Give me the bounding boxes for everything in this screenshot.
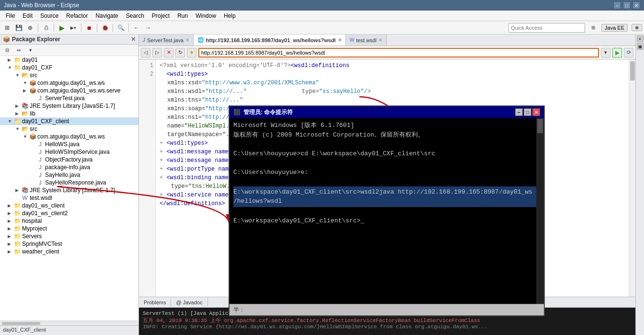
right-panel-btn1[interactable]: ≡	[637, 35, 644, 42]
tree-item-day01wsclient[interactable]: ▶ 📁 day01_ws_client	[0, 202, 138, 209]
tree-item-lib[interactable]: ▶ 📂 lib	[0, 110, 138, 117]
navigate-forward[interactable]: →	[143, 23, 153, 33]
tree-item-packageinfo[interactable]: J package-info.java	[0, 163, 138, 171]
tree-item-sayhello[interactable]: J SayHello.java	[0, 171, 138, 179]
new-button[interactable]: ⊞	[2, 23, 12, 33]
editor-vscroll[interactable]	[629, 59, 635, 297]
cmd-maximize[interactable]: □	[524, 108, 531, 116]
tab-close-servertest[interactable]: ✕	[185, 37, 189, 43]
close-button[interactable]: ✕	[632, 1, 640, 9]
tree-item-jre1[interactable]: ▶ 📚 JRE System Library [JavaSE-1.7]	[0, 102, 138, 110]
nav-stop[interactable]: ✕	[164, 48, 173, 58]
tree-item-day01-cxf[interactable]: ▼ 📁 day01_CXF	[0, 64, 138, 71]
link-with-editor[interactable]: ⇔	[13, 45, 24, 56]
wsdl-icon: W	[21, 195, 29, 201]
tree-label: HelloWSImplService.java	[45, 149, 110, 155]
maximize-button[interactable]: □	[623, 1, 631, 9]
perspective-settings[interactable]: ⊞	[589, 23, 598, 33]
tree-item-pkg2[interactable]: ▶ 📦 com.atguigu.day01_ws.ws.serve	[0, 87, 138, 94]
menu-edit[interactable]: Edit	[19, 12, 36, 20]
tab-testwsdl[interactable]: W test.wsdl ✕	[346, 35, 387, 46]
nav-go[interactable]: ▶	[612, 48, 622, 58]
vscroll-thumb[interactable]	[630, 61, 635, 81]
tab-servertest[interactable]: J ServerTest.java ✕	[139, 35, 194, 46]
tree-label: Myproject	[22, 225, 47, 232]
tree-label: src	[30, 126, 37, 132]
search-button[interactable]: 🔍	[115, 23, 126, 33]
tree-item-springmvctest[interactable]: ▶ 📁 SpringMVCTest	[0, 240, 138, 248]
tree-item-objectfactory[interactable]: J ObjectFactory.java	[0, 156, 138, 163]
tree-item-sayhelloresponse[interactable]: J SayHelloResponse.java	[0, 179, 138, 186]
tab-javadoc[interactable]: @ Javadoc	[171, 299, 207, 306]
cmd-scroll-thumb[interactable]	[537, 119, 543, 133]
tree-item-pkg1[interactable]: ▼ 📦 com.atguigu.day01_ws.ws	[0, 79, 138, 87]
menu-search[interactable]: Search	[122, 12, 148, 20]
save-button[interactable]: 💾	[13, 23, 24, 33]
tab-weburl[interactable]: 🌐 http://192.168.199.165:8987/day01_ws/h…	[194, 35, 346, 46]
tree-item-hellowsimplservice[interactable]: J HelloWSImplService.java	[0, 148, 138, 156]
tree-item-hellows[interactable]: J HelloWS.java	[0, 140, 138, 148]
url-input[interactable]	[198, 48, 599, 58]
menu-navigate[interactable]: Navigate	[92, 12, 122, 20]
cmd-close[interactable]: ✕	[532, 108, 540, 116]
java-file-icon: J	[36, 141, 44, 147]
cmd-minimize[interactable]: –	[515, 108, 523, 116]
menu-project[interactable]: Project	[148, 12, 173, 20]
tab-problems[interactable]: Problems	[139, 299, 171, 306]
tree-item-testwsdl[interactable]: W test.wsdl	[0, 194, 138, 202]
quick-access-input[interactable]	[508, 23, 585, 33]
perspective-java-ee[interactable]: Java EE	[601, 24, 628, 32]
menu-run[interactable]: Run	[173, 12, 192, 20]
url-dropdown[interactable]: ▾	[601, 48, 610, 58]
tree-item-jre2[interactable]: ▶ 📚 JRE System Library [JavaSE-1.7]	[0, 186, 138, 194]
tab-label-url: http://192.168.199.165:8987/day01_ws/hel…	[206, 37, 336, 43]
pkg-view-menu[interactable]: ▾	[25, 45, 35, 56]
navigate-back[interactable]: ←	[131, 23, 142, 33]
package-explorer-close[interactable]: ✕	[131, 36, 136, 43]
nav-back[interactable]: ◁	[141, 48, 150, 58]
hscroll-thumb[interactable]	[2, 322, 40, 325]
tree-item-day01cxf-client[interactable]: ▼ 📁 day01_CXF_client	[0, 117, 138, 125]
cmd-title-bar: ⬛ 管理员: 命令提示符 – □ ✕	[230, 106, 544, 118]
xml-line-5: xmlns:tns="http://..."	[160, 96, 625, 104]
tab-close-url[interactable]: ✕	[338, 37, 342, 43]
nav-sync[interactable]: ⟳	[624, 48, 633, 58]
tree-item-day01cxf-src[interactable]: ▼ 📂 src	[0, 71, 138, 79]
tree-item-myproject[interactable]: ▶ 📁 Myproject	[0, 225, 138, 232]
tree-label: lib	[30, 110, 35, 117]
tree-item-servers[interactable]: ▶ 📁 Servers	[0, 232, 138, 240]
run-config-button[interactable]: ▶▾	[68, 23, 79, 33]
tab-close-wsdl[interactable]: ✕	[379, 37, 382, 43]
run-button[interactable]: ▶	[57, 23, 67, 33]
tree-item-hospital[interactable]: ▶ 📁 hospital	[0, 217, 138, 225]
print-button[interactable]: ⎙	[41, 23, 51, 33]
tree-item-client-pkg[interactable]: ▼ 📦 com.atguigu.day01_ws.ws	[0, 133, 138, 140]
right-panel-btn2[interactable]: ▦	[637, 43, 644, 50]
perspective-switch[interactable]: ⊕	[632, 24, 642, 31]
menu-window[interactable]: Window	[192, 12, 220, 20]
cmd-title: 管理员: 命令提示符	[243, 108, 293, 116]
tree-item-day01[interactable]: ▶ 📁 day01	[0, 56, 138, 64]
nav-refresh[interactable]: ↻	[175, 48, 185, 58]
lib-icon: 📂	[21, 110, 29, 117]
menu-file[interactable]: File	[2, 12, 19, 20]
nav-forward[interactable]: ▷	[152, 48, 162, 58]
minimize-button[interactable]: –	[613, 1, 621, 9]
tree-item-day01wsclient2[interactable]: ▶ 📁 day01_ws_client2	[0, 209, 138, 217]
nav-bookmark[interactable]: ★	[187, 48, 196, 58]
tree-item-servertest[interactable]: J ServerTest.java	[0, 94, 138, 102]
menu-source[interactable]: Source	[36, 12, 62, 20]
stop-button[interactable]: ■	[84, 23, 94, 33]
cmd-scrollbar[interactable]	[536, 118, 544, 304]
save-all-button[interactable]: ⊕	[25, 23, 35, 33]
collapse-all[interactable]: ⊟	[2, 45, 12, 56]
pkg-hscroll[interactable]	[0, 321, 138, 325]
menu-help[interactable]: Help	[220, 12, 240, 20]
debug-button[interactable]: 🐞	[100, 23, 110, 33]
tree-label: SayHello.java	[45, 172, 80, 178]
tree-item-client-src[interactable]: ▼ 📂 src	[0, 125, 138, 133]
cmd-icon: ⬛	[233, 109, 241, 116]
tree-label: package-info.java	[45, 164, 90, 171]
tree-item-weatherclient[interactable]: ▶ 📁 weather_client	[0, 248, 138, 255]
menu-refactor[interactable]: Refactor	[62, 12, 92, 20]
